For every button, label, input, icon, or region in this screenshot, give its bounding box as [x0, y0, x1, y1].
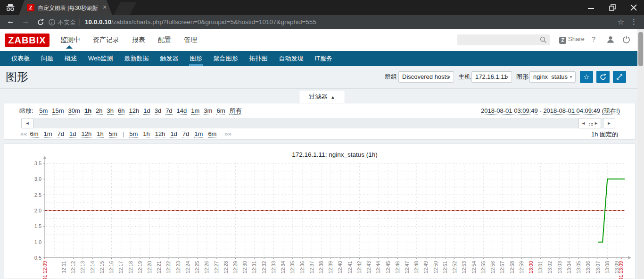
- submenu-item[interactable]: 聚合图形: [208, 51, 244, 66]
- zoom-link[interactable]: 3d: [155, 107, 161, 115]
- forward-button[interactable]: →: [22, 17, 30, 26]
- reload-button[interactable]: [37, 18, 44, 26]
- search-input[interactable]: [457, 34, 550, 45]
- left-arrow-icon: ◄: [581, 121, 586, 126]
- submenu-item[interactable]: 拓扑图: [244, 51, 273, 66]
- zoom-link[interactable]: 15m: [52, 107, 64, 115]
- period-forward-link[interactable]: 1h: [143, 130, 149, 138]
- address-bar[interactable]: 10.0.0.10/zabbix/charts.php?fullscreen=0…: [85, 18, 603, 25]
- period-back-link[interactable]: 1d: [69, 130, 76, 138]
- zoom-link[interactable]: 5m: [39, 107, 48, 115]
- x-axis-label: 13:04: [566, 261, 572, 273]
- x-axis-label: 12:41: [347, 261, 353, 273]
- fixed-toggle-link[interactable]: 固定的: [600, 131, 618, 138]
- zoom-link[interactable]: 1d: [143, 107, 150, 115]
- y-axis-label: 3.5: [34, 161, 41, 166]
- zoom-link[interactable]: 12h: [129, 107, 139, 115]
- zoom-link[interactable]: 30m: [68, 107, 80, 115]
- browser-menu-icon[interactable]: ⋮: [630, 17, 637, 26]
- security-label[interactable]: 不安全: [58, 18, 76, 27]
- top-menu-item[interactable]: 资产记录: [93, 36, 119, 44]
- date-from-link[interactable]: 2018-08-01 03:09:49: [481, 107, 538, 115]
- submenu-item[interactable]: 问题: [35, 51, 59, 66]
- graph-select[interactable]: nginx_status ▼: [529, 71, 576, 83]
- top-menu-item[interactable]: 配置: [158, 36, 171, 44]
- window-restore-button[interactable]: [602, 0, 623, 15]
- right-arrow-icon: ►: [594, 121, 598, 126]
- help-button[interactable]: ?: [592, 35, 595, 43]
- favorite-button[interactable]: ☆: [580, 71, 593, 83]
- top-menu-item[interactable]: 管理: [184, 36, 197, 44]
- submenu-item[interactable]: 仪表板: [6, 51, 35, 66]
- x-axis-label: 12:22: [165, 261, 171, 273]
- window-minimize-button[interactable]: [580, 0, 602, 15]
- info-icon[interactable]: [49, 19, 55, 25]
- zoom-link[interactable]: 3h: [107, 107, 114, 115]
- period-forward-link[interactable]: 6m: [208, 130, 216, 138]
- submenu-item[interactable]: Web监测: [83, 51, 119, 66]
- period-forward-link[interactable]: 5m: [129, 130, 138, 138]
- date-to-link[interactable]: 2018-08-01 04:09:49: [543, 107, 600, 115]
- browser-tab[interactable]: Z 自定义图表 [每30秒刷新 ×: [19, 0, 112, 15]
- user-profile-icon[interactable]: [606, 35, 615, 44]
- period-back-link[interactable]: 6m: [30, 130, 38, 138]
- zoom-link[interactable]: 2h: [96, 107, 102, 115]
- zoom-link[interactable]: 6h: [118, 107, 124, 115]
- zabbix-logo[interactable]: ZABBIX: [5, 34, 50, 47]
- submenu-item[interactable]: 触发器: [155, 51, 184, 66]
- submenu-item[interactable]: 图形: [184, 51, 208, 66]
- period-nav-row: ««6m1m7d1d12h1h5m|5m1h12h1d7d1m6m»»: [20, 130, 231, 137]
- logout-power-icon[interactable]: [622, 35, 630, 43]
- submenu-item[interactable]: IT服务: [309, 51, 339, 66]
- zoom-link[interactable]: 3m: [204, 107, 212, 115]
- tab-close-icon[interactable]: ×: [103, 3, 107, 11]
- new-tab-button[interactable]: [114, 2, 136, 15]
- period-back-link[interactable]: 7d: [58, 130, 64, 138]
- scroll-right-button[interactable]: ►: [603, 118, 615, 128]
- bookmark-star-icon[interactable]: ☆: [618, 17, 624, 26]
- zoom-link[interactable]: 14d: [177, 107, 187, 115]
- group-select[interactable]: Discovered hosts ▼: [398, 71, 454, 83]
- period-forward-link[interactable]: 1d: [170, 130, 177, 138]
- submenu-item[interactable]: 最新数据: [119, 51, 155, 66]
- fullscreen-button[interactable]: [613, 71, 626, 83]
- scroll-left-button[interactable]: ◄: [21, 118, 33, 128]
- period-forward-link[interactable]: 7d: [182, 130, 189, 138]
- period-forward-link[interactable]: 1m: [194, 130, 203, 138]
- top-menu-item[interactable]: 监测中: [60, 36, 80, 44]
- period-back-link[interactable]: 5m: [109, 130, 117, 138]
- y-axis-label: 2.5: [34, 192, 41, 198]
- period-forward-link[interactable]: 12h: [155, 130, 165, 138]
- zoom-link[interactable]: 1m: [191, 107, 199, 115]
- window-close-button[interactable]: [623, 0, 644, 15]
- host-select[interactable]: 172.16.1.11 ▼: [471, 71, 512, 83]
- filter-toggle-tab[interactable]: 过滤器▲: [300, 91, 345, 103]
- time-scrollbar[interactable]: ◄ ◄► ►: [21, 118, 615, 128]
- nav-next-icon[interactable]: »»: [224, 130, 231, 137]
- scrollbar-thumb[interactable]: [638, 32, 643, 66]
- submenu-item[interactable]: 概述: [59, 51, 83, 66]
- x-axis-label: 12:58: [509, 261, 515, 273]
- x-axis-label: 12:48: [413, 261, 419, 273]
- page-scrollbar[interactable]: [637, 29, 644, 279]
- zoom-link[interactable]: 所有: [229, 107, 241, 115]
- zoom-link[interactable]: 1h: [84, 107, 91, 115]
- back-button[interactable]: ←: [7, 17, 15, 26]
- period-back-link[interactable]: 12h: [82, 130, 92, 138]
- x-axis-label: 12:26: [204, 261, 209, 273]
- share-z-icon: Z: [559, 37, 566, 44]
- zoom-link[interactable]: 6m: [216, 107, 225, 115]
- date-now-link[interactable]: (现在!): [602, 107, 620, 115]
- period-back-link[interactable]: 1m: [44, 130, 52, 138]
- period-drag-handle[interactable]: ◄►: [578, 118, 601, 128]
- period-back-link[interactable]: 1h: [97, 130, 103, 138]
- nav-prev-icon[interactable]: ««: [20, 130, 27, 137]
- group-select-value: Discovered hosts: [402, 72, 449, 82]
- refresh-button[interactable]: [596, 71, 610, 83]
- graph-image[interactable]: 0.51.01.52.02.53.03.512:1112:1212:1312:1…: [0, 144, 644, 279]
- share-link[interactable]: ZShare: [559, 35, 585, 45]
- top-menu-item[interactable]: 报表: [132, 36, 145, 44]
- x-axis-label: 12:16: [108, 261, 114, 273]
- submenu-item[interactable]: 自动发现: [273, 51, 309, 66]
- zoom-link[interactable]: 7d: [165, 107, 172, 115]
